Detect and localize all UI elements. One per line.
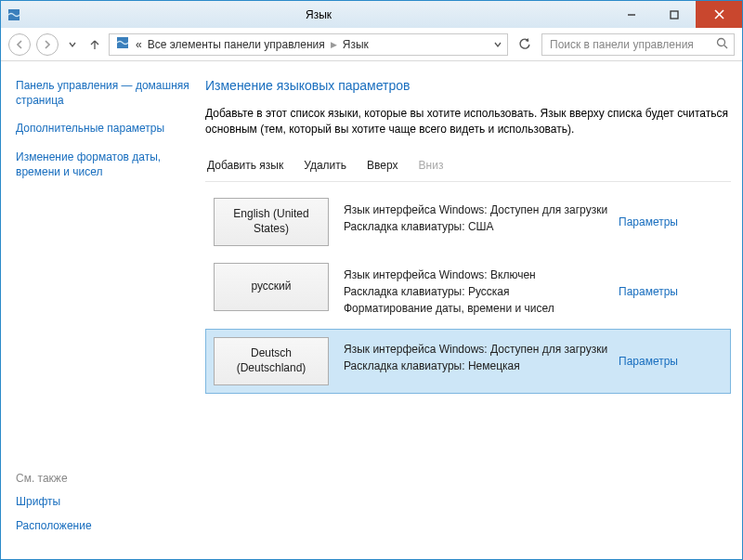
search-icon[interactable] xyxy=(716,37,728,52)
sidebar-link-formats[interactable]: Изменение форматов даты, времени и чисел xyxy=(16,150,190,179)
language-info-line: Раскладка клавиатуры: Немецкая xyxy=(344,358,611,374)
svg-point-6 xyxy=(718,38,725,46)
window-title: Язык xyxy=(27,1,610,28)
svg-line-7 xyxy=(724,45,728,48)
language-options-link[interactable]: Параметры xyxy=(619,285,678,298)
language-info-line: Раскладка клавиатуры: США xyxy=(344,218,611,235)
toolbar-up[interactable]: Вверх xyxy=(367,159,398,172)
address-bar[interactable]: « Все элементы панели управления ▶ Язык xyxy=(109,33,508,56)
app-icon xyxy=(1,1,27,28)
language-info-line: Раскладка клавиатуры: Русская xyxy=(344,283,611,300)
language-row[interactable]: Deutsch (Deutschland)Язык интерфейса Win… xyxy=(205,329,731,394)
language-info: Язык интерфейса Windows: Доступен для за… xyxy=(336,190,619,254)
toolbar-down[interactable]: Вниз xyxy=(419,159,444,172)
maximize-button[interactable] xyxy=(653,1,696,28)
main-content: Изменение языковых параметров Добавьте в… xyxy=(205,61,742,559)
page-heading: Изменение языковых параметров xyxy=(205,78,731,93)
address-icon xyxy=(115,35,130,53)
language-name-button[interactable]: Deutsch (Deutschland) xyxy=(214,337,329,385)
language-options-cell: Параметры xyxy=(619,330,730,393)
toolbar: Добавить язык Удалить Вверх Вниз xyxy=(205,153,731,182)
see-also-location[interactable]: Расположение xyxy=(16,518,190,533)
toolbar-add[interactable]: Добавить язык xyxy=(207,159,283,172)
chevron-right-icon: ▶ xyxy=(331,40,337,49)
minimize-button[interactable] xyxy=(610,1,653,28)
language-info: Язык интерфейса Windows: Доступен для за… xyxy=(336,330,619,393)
language-list: English (United States)Язык интерфейса W… xyxy=(205,189,731,394)
address-dropdown-icon[interactable] xyxy=(494,38,502,51)
crumb-all-items[interactable]: Все элементы панели управления xyxy=(148,38,325,51)
language-name-cell: Deutsch (Deutschland) xyxy=(206,330,336,393)
language-options-cell: Параметры xyxy=(619,190,730,254)
language-info: Язык интерфейса Windows: ВключенРаскладк… xyxy=(336,255,619,328)
language-row[interactable]: English (United States)Язык интерфейса W… xyxy=(205,189,731,254)
language-name-cell: русский xyxy=(206,255,336,328)
navbar: « Все элементы панели управления ▶ Язык xyxy=(1,28,742,61)
forward-button[interactable] xyxy=(36,33,59,56)
language-options-cell: Параметры xyxy=(619,255,730,328)
language-name-button[interactable]: русский xyxy=(214,263,329,311)
body: Панель управления — домашняя страница До… xyxy=(1,61,742,559)
window-buttons xyxy=(610,1,742,28)
language-options-link[interactable]: Параметры xyxy=(619,355,678,368)
sidebar-link-home[interactable]: Панель управления — домашняя страница xyxy=(16,78,190,108)
history-dropdown[interactable] xyxy=(64,36,81,53)
language-options-link[interactable]: Параметры xyxy=(619,215,678,228)
language-info-line: Язык интерфейса Windows: Включен xyxy=(344,267,611,283)
language-info-line: Язык интерфейса Windows: Доступен для за… xyxy=(344,341,611,358)
up-button[interactable] xyxy=(86,36,103,53)
sidebar: Панель управления — домашняя страница До… xyxy=(1,61,205,559)
language-name-cell: English (United States) xyxy=(206,190,336,254)
toolbar-remove[interactable]: Удалить xyxy=(304,159,346,172)
see-also-label: См. также xyxy=(16,472,190,485)
back-button[interactable] xyxy=(8,33,31,56)
sidebar-link-advanced[interactable]: Дополнительные параметры xyxy=(16,121,190,136)
page-description: Добавьте в этот список языки, которые вы… xyxy=(205,106,731,138)
language-name-button[interactable]: English (United States) xyxy=(214,198,329,246)
search-box[interactable] xyxy=(541,33,735,56)
close-button[interactable] xyxy=(696,1,742,28)
search-input[interactable] xyxy=(548,37,716,52)
language-row[interactable]: русскийЯзык интерфейса Windows: ВключенР… xyxy=(205,254,731,329)
svg-rect-2 xyxy=(671,11,678,19)
titlebar: Язык xyxy=(1,0,742,28)
language-info-line: Форматирование даты, времени и чисел xyxy=(344,300,611,317)
refresh-button[interactable] xyxy=(514,33,536,56)
crumb-language[interactable]: Язык xyxy=(343,38,369,51)
language-info-line: Язык интерфейса Windows: Доступен для за… xyxy=(344,202,611,218)
window: Язык « Все элементы панели управления ▶ … xyxy=(0,0,743,560)
see-also-fonts[interactable]: Шрифты xyxy=(16,494,190,509)
crumb-prefix: « xyxy=(136,38,142,51)
